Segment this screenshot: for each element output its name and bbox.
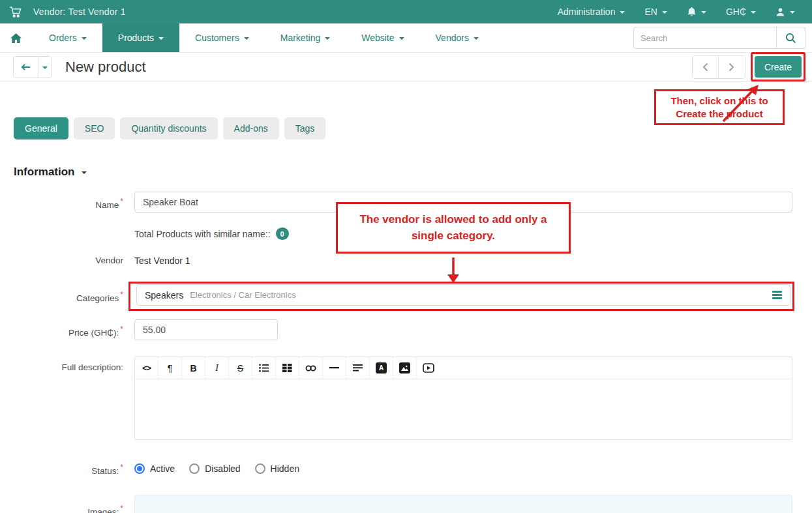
bell-icon <box>687 7 697 17</box>
page-title: New product <box>65 59 146 76</box>
main-content: General SEO Quantity discounts Add-ons T… <box>0 117 812 513</box>
horizontal-rule-icon[interactable] <box>323 357 346 379</box>
images-row: Images:* <box>14 495 792 513</box>
annotation-category-note: The vendor is allowed to add only a sing… <box>336 202 571 254</box>
description-row: Full description: <> ¶ B I S <box>14 357 792 440</box>
chevron-down-icon <box>325 37 330 40</box>
language-menu[interactable]: EN <box>644 7 667 17</box>
arrow-left-icon <box>21 63 31 71</box>
link-icon[interactable] <box>299 357 323 379</box>
tab-seo[interactable]: SEO <box>74 117 115 139</box>
paragraph-icon[interactable]: ¶ <box>158 357 182 379</box>
nav-item-products[interactable]: Products <box>102 23 179 52</box>
back-button[interactable] <box>14 57 38 78</box>
vendor-title: Vendor: Test Vendor 1 <box>33 7 126 17</box>
name-label: Name* <box>14 192 134 213</box>
tab-tags[interactable]: Tags <box>284 117 326 139</box>
chevron-down-icon <box>399 37 404 40</box>
nav-item-website[interactable]: Website <box>346 23 419 52</box>
create-button[interactable]: Create <box>755 56 802 78</box>
account-menu[interactable] <box>775 7 795 17</box>
strikethrough-icon[interactable]: S <box>229 357 252 379</box>
required-mark: * <box>120 504 123 513</box>
search-bar <box>633 23 812 52</box>
status-row: Status:* Active Disabled Hidden <box>14 462 792 476</box>
image-icon[interactable] <box>393 357 417 379</box>
notifications-menu[interactable] <box>687 7 706 17</box>
chevron-right-icon <box>729 63 734 72</box>
radio-icon <box>255 463 265 474</box>
vendor-value: Test Vendor 1 <box>134 256 792 266</box>
information-section-toggle[interactable]: Information <box>14 166 792 179</box>
categories-picker[interactable]: Speakers Electronics / Car Electronics <box>136 284 790 306</box>
status-radio-disabled[interactable]: Disabled <box>189 463 240 474</box>
back-dropdown-button[interactable] <box>38 57 52 78</box>
required-mark: * <box>120 290 123 299</box>
pager-group <box>692 55 745 79</box>
price-row: Price (GH₵):* <box>14 319 792 340</box>
status-options: Active Disabled Hidden <box>134 462 792 476</box>
home-nav-item[interactable] <box>0 23 33 52</box>
status-radio-active[interactable]: Active <box>134 463 175 474</box>
chevron-down-icon <box>662 11 667 14</box>
search-input[interactable] <box>633 27 777 49</box>
tab-quantity-discounts[interactable]: Quantity discounts <box>120 117 217 139</box>
radio-selected-icon <box>134 463 145 474</box>
topbar-right: Administration EN GH₵ <box>558 7 812 17</box>
vendor-label: Vendor <box>14 256 134 266</box>
video-icon[interactable] <box>417 357 440 379</box>
status-label: Status:* <box>14 462 134 476</box>
chevron-down-icon <box>790 11 795 14</box>
next-button[interactable] <box>719 56 745 78</box>
nav-item-vendors[interactable]: Vendors <box>420 23 494 52</box>
prev-button[interactable] <box>693 56 719 78</box>
categories-label: Categories* <box>14 282 134 308</box>
chevron-down-icon <box>244 37 249 40</box>
required-mark: * <box>120 325 123 334</box>
unordered-list-icon[interactable] <box>252 357 276 379</box>
chevron-down-icon <box>82 37 87 40</box>
code-icon[interactable]: <> <box>135 357 158 379</box>
chevron-down-icon <box>42 66 48 69</box>
price-input[interactable] <box>134 319 278 340</box>
font-color-icon[interactable]: A <box>370 357 393 379</box>
bold-icon[interactable]: B <box>182 357 205 379</box>
italic-icon[interactable]: I <box>205 357 229 379</box>
nav-item-marketing[interactable]: Marketing <box>265 23 346 52</box>
user-icon <box>775 7 785 17</box>
radio-icon <box>189 463 200 474</box>
editor-toolbar: <> ¶ B I S <box>135 357 792 379</box>
price-label: Price (GH₵):* <box>14 319 134 340</box>
administration-menu[interactable]: Administration <box>558 7 625 17</box>
main-nav: Orders Products Customers Marketing Webs… <box>0 23 812 53</box>
description-textarea[interactable] <box>135 379 792 439</box>
required-mark: * <box>120 463 123 472</box>
images-dropzone[interactable] <box>134 495 792 513</box>
nav-item-customers[interactable]: Customers <box>179 23 265 52</box>
create-button-highlight: Create <box>751 52 805 81</box>
page-header: New product Create <box>0 53 812 81</box>
category-menu-icon[interactable] <box>772 291 782 299</box>
chevron-down-icon <box>751 11 756 14</box>
chevron-down-icon <box>620 11 625 14</box>
chevron-left-icon <box>702 63 708 72</box>
similar-products-text: Total Products with similar name:: <box>134 229 271 239</box>
search-icon <box>785 33 796 44</box>
vendor-row: Vendor Test Vendor 1 <box>14 256 792 266</box>
chevron-down-icon <box>82 171 87 174</box>
tab-general[interactable]: General <box>14 117 68 139</box>
status-radio-hidden[interactable]: Hidden <box>255 463 299 474</box>
cart-icon[interactable] <box>9 7 22 18</box>
header-actions: Create <box>692 52 805 81</box>
required-mark: * <box>120 197 123 206</box>
annotation-create-note: Then, click on this to Create the produc… <box>654 89 785 125</box>
chevron-down-icon <box>474 37 479 40</box>
table-icon[interactable] <box>276 357 299 379</box>
tab-add-ons[interactable]: Add-ons <box>223 117 279 139</box>
nav-item-orders[interactable]: Orders <box>33 23 102 52</box>
description-label: Full description: <box>14 357 134 440</box>
search-button[interactable] <box>777 27 805 49</box>
currency-menu[interactable]: GH₵ <box>726 7 756 17</box>
category-path: Electronics / Car Electronics <box>190 290 296 300</box>
align-icon[interactable] <box>346 357 370 379</box>
